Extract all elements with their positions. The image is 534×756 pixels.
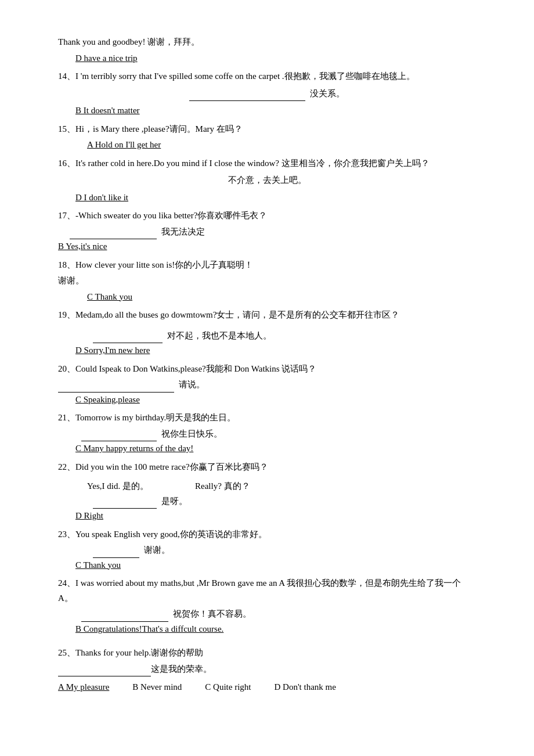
q16-chinese: 不介意，去关上吧。 [228,175,306,185]
q16-answer: D I don't like it [75,190,476,206]
q24-chinese: 祝贺你！真不容易。 [173,607,251,622]
q23-blank-row: 谢谢。 [93,543,476,558]
q15-answer: A Hold on I'll get her [87,138,476,153]
q22-answer: D Right [75,509,476,524]
q20-blank-row: 请说。 [58,377,476,393]
q16-answer-text: D I don't like it [75,193,128,202]
q25-choice-b: B Never mind [132,680,182,695]
q14-section: 14、I 'm terribly sorry that I've spilled… [58,69,476,118]
q22-yes-row: Yes,I did. 是的。 Really? 真的？ [87,479,476,494]
q25-answer-a-text: A My pleasure [58,682,109,692]
q17-answer: B Yes,it's nice [58,239,476,254]
q15-answer-text: A Hold on I'll get her [87,140,161,149]
q19-chinese: 对不起，我也不是本地人。 [167,329,272,344]
q17-chinese: 我无法决定 [161,225,205,240]
q22-yes: Yes,I did. 是的。 [87,479,149,494]
q23-text: 23、You speak English very good,你的英语说的非常好… [58,527,476,542]
q16-section: 16、It's rather cold in here.Do you mind … [58,156,476,206]
q21-answer-text: C Many happy returns of the day! [75,444,193,453]
q20-text: 20、Could Ispeak to Don Watkins,please?我能… [58,362,476,377]
q19-answer-text: D Sorry,I'm new here [75,345,150,355]
q13-answer: D have a nice trip [75,51,476,66]
q22-really: Really? 真的？ [195,479,250,494]
q14-answer-text: B It doesn't matter [75,106,140,115]
q23-answer: C Thank you [75,558,476,573]
q15-section: 15、Hi，is Mary there ,please?请问。Mary 在吗？ … [58,122,476,153]
q23-section: 23、You speak English very good,你的英语说的非常好… [58,527,476,573]
q20-answer-text: C Speaking,please [75,395,140,404]
q17-blank-row: 我无法决定 [70,225,476,240]
q14-answer: B It doesn't matter [75,103,476,118]
q25-text: 25、Thanks for your help.谢谢你的帮助 [58,646,476,661]
q24-answer-text: B Congratulations!That's a diffcult cour… [75,624,223,633]
q21-section: 21、Tomorrow is my birthday.明天是我的生日。 祝你生日… [58,411,476,456]
q21-chinese: 祝你生日快乐。 [161,427,222,442]
q18-answer-text: C Thank you [87,292,132,301]
q25-chinese: 这是我的荣幸。 [151,662,212,677]
intro-section: Thank you and goodbey! 谢谢，拜拜。 D have a n… [58,35,476,66]
q15-text: 15、Hi，is Mary there ,please?请问。Mary 在吗？ [58,122,476,137]
q24-text: 24、I was worried about my maths,but ,Mr … [58,576,476,606]
q25-choices: A My pleasure B Never mind C Quite right… [58,680,476,695]
q25-choice-a: A My pleasure [58,680,109,695]
q25-section: 25、Thanks for your help.谢谢你的帮助 这是我的荣幸。 A… [58,646,476,695]
q18-chinese: 谢谢。 [58,273,476,289]
q19-text: 19、Medam,do all the buses go dowmtowm?女士… [58,308,476,323]
q14-blank [189,100,305,101]
q23-chinese: 谢谢。 [144,543,170,558]
q21-text: 21、Tomorrow is my birthday.明天是我的生日。 [58,411,476,426]
intro-line: Thank you and goodbey! 谢谢，拜拜。 [58,35,476,50]
q22-blank-row: 是呀。 [93,494,476,509]
spacer-before-q25 [58,640,476,646]
q17-section: 17、-Which sweater do you lika better?你喜欢… [58,208,476,254]
q16-chinese-center: 不介意，去关上吧。 [58,173,476,188]
page-content: Thank you and goodbey! 谢谢，拜拜。 D have a n… [58,35,476,695]
q22-section: 22、Did you win the 100 metre race?你赢了百米比… [58,460,476,524]
q21-answer: C Many happy returns of the day! [75,441,476,456]
q19-blank-row: 对不起，我也不是本地人。 [93,329,476,344]
q18-section: 18、How clever your litte son is!你的小儿子真聪明… [58,258,476,305]
q19-spacer [58,324,476,329]
q14-blank-center: 没关系。 [58,87,476,102]
q20-chinese: 请说。 [179,377,205,393]
q22-answer-text: D Right [75,511,103,520]
q17-text: 17、-Which sweater do you lika better?你喜欢… [58,208,476,224]
q22-chinese: 是呀。 [161,494,187,509]
q23-answer-text: C Thank you [75,560,121,570]
q18-text: 18、How clever your litte son is!你的小儿子真聪明… [58,258,476,273]
q21-blank-row: 祝你生日快乐。 [81,427,476,442]
q14-text: 14、I 'm terribly sorry that I've spilled… [58,69,476,84]
q16-text: 16、It's rather cold in here.Do you mind … [58,156,476,171]
q22-text: 22、Did you win the 100 metre race?你赢了百米比… [58,460,476,475]
q19-section: 19、Medam,do all the buses go dowmtowm?女士… [58,308,476,358]
q24-answer: B Congratulations!That's a diffcult cour… [75,622,476,637]
q18-answer: C Thank you [87,290,476,305]
q13-answer-text: D have a nice trip [75,53,138,63]
q25-choice-c: C Quite right [205,680,251,695]
q17-answer-text: B Yes,it's nice [58,242,107,251]
q19-answer: D Sorry,I'm new here [75,343,476,358]
q25-blank-row: 这是我的荣幸。 [58,662,476,677]
q14-chinese: 没关系。 [310,89,345,98]
q24-blank-row: 祝贺你！真不容易。 [81,607,476,622]
q20-answer: C Speaking,please [75,393,476,408]
q25-choice-d: D Don't thank me [274,680,335,695]
q24-section: 24、I was worried about my maths,but ,Mr … [58,576,476,636]
q25-blank [58,676,151,676]
q20-section: 20、Could Ispeak to Don Watkins,please?我能… [58,362,476,408]
